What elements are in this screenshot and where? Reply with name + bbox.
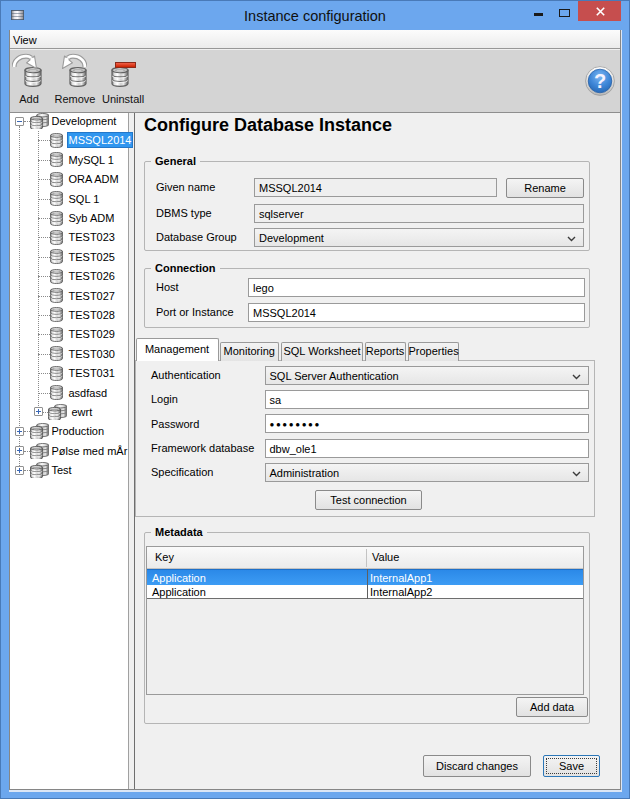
svg-text:?: ? (594, 70, 606, 92)
